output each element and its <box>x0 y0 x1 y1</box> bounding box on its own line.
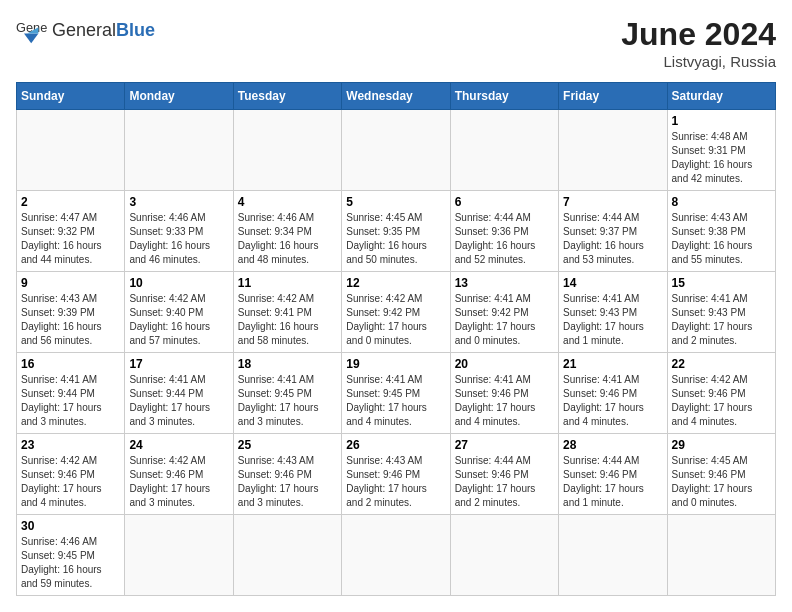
day-info: Sunrise: 4:42 AM Sunset: 9:41 PM Dayligh… <box>238 292 337 348</box>
weekday-header-sunday: Sunday <box>17 83 125 110</box>
day-info: Sunrise: 4:43 AM Sunset: 9:46 PM Dayligh… <box>346 454 445 510</box>
calendar-cell: 5Sunrise: 4:45 AM Sunset: 9:35 PM Daylig… <box>342 191 450 272</box>
calendar-cell <box>233 515 341 596</box>
day-info: Sunrise: 4:45 AM Sunset: 9:46 PM Dayligh… <box>672 454 771 510</box>
calendar-cell <box>17 110 125 191</box>
calendar-cell <box>559 110 667 191</box>
location: Listvyagi, Russia <box>621 53 776 70</box>
calendar-cell: 28Sunrise: 4:44 AM Sunset: 9:46 PM Dayli… <box>559 434 667 515</box>
day-info: Sunrise: 4:46 AM Sunset: 9:45 PM Dayligh… <box>21 535 120 591</box>
day-info: Sunrise: 4:41 AM Sunset: 9:43 PM Dayligh… <box>563 292 662 348</box>
day-info: Sunrise: 4:41 AM Sunset: 9:44 PM Dayligh… <box>21 373 120 429</box>
day-number: 7 <box>563 195 662 209</box>
day-info: Sunrise: 4:41 AM Sunset: 9:45 PM Dayligh… <box>238 373 337 429</box>
calendar-cell: 9Sunrise: 4:43 AM Sunset: 9:39 PM Daylig… <box>17 272 125 353</box>
calendar-cell: 3Sunrise: 4:46 AM Sunset: 9:33 PM Daylig… <box>125 191 233 272</box>
calendar-cell: 23Sunrise: 4:42 AM Sunset: 9:46 PM Dayli… <box>17 434 125 515</box>
day-number: 21 <box>563 357 662 371</box>
calendar-cell: 10Sunrise: 4:42 AM Sunset: 9:40 PM Dayli… <box>125 272 233 353</box>
calendar-cell: 16Sunrise: 4:41 AM Sunset: 9:44 PM Dayli… <box>17 353 125 434</box>
weekday-header-friday: Friday <box>559 83 667 110</box>
day-info: Sunrise: 4:42 AM Sunset: 9:42 PM Dayligh… <box>346 292 445 348</box>
calendar-cell <box>450 110 558 191</box>
svg-marker-1 <box>24 34 38 44</box>
day-info: Sunrise: 4:43 AM Sunset: 9:39 PM Dayligh… <box>21 292 120 348</box>
calendar-table: SundayMondayTuesdayWednesdayThursdayFrid… <box>16 82 776 596</box>
calendar-cell <box>667 515 775 596</box>
day-number: 16 <box>21 357 120 371</box>
calendar-cell <box>233 110 341 191</box>
day-info: Sunrise: 4:46 AM Sunset: 9:34 PM Dayligh… <box>238 211 337 267</box>
calendar-cell: 19Sunrise: 4:41 AM Sunset: 9:45 PM Dayli… <box>342 353 450 434</box>
day-info: Sunrise: 4:42 AM Sunset: 9:46 PM Dayligh… <box>672 373 771 429</box>
day-number: 13 <box>455 276 554 290</box>
day-number: 8 <box>672 195 771 209</box>
calendar-cell: 18Sunrise: 4:41 AM Sunset: 9:45 PM Dayli… <box>233 353 341 434</box>
day-number: 11 <box>238 276 337 290</box>
day-info: Sunrise: 4:41 AM Sunset: 9:43 PM Dayligh… <box>672 292 771 348</box>
calendar-cell: 8Sunrise: 4:43 AM Sunset: 9:38 PM Daylig… <box>667 191 775 272</box>
logo: General GeneralBlue <box>16 16 155 44</box>
page-header: General GeneralBlue June 2024 Listvyagi,… <box>16 16 776 70</box>
day-number: 18 <box>238 357 337 371</box>
day-number: 27 <box>455 438 554 452</box>
day-info: Sunrise: 4:46 AM Sunset: 9:33 PM Dayligh… <box>129 211 228 267</box>
day-info: Sunrise: 4:44 AM Sunset: 9:36 PM Dayligh… <box>455 211 554 267</box>
day-info: Sunrise: 4:41 AM Sunset: 9:46 PM Dayligh… <box>455 373 554 429</box>
weekday-header-thursday: Thursday <box>450 83 558 110</box>
day-number: 17 <box>129 357 228 371</box>
day-number: 9 <box>21 276 120 290</box>
day-number: 23 <box>21 438 120 452</box>
calendar-cell: 14Sunrise: 4:41 AM Sunset: 9:43 PM Dayli… <box>559 272 667 353</box>
day-number: 1 <box>672 114 771 128</box>
day-number: 4 <box>238 195 337 209</box>
weekday-header-saturday: Saturday <box>667 83 775 110</box>
day-info: Sunrise: 4:41 AM Sunset: 9:45 PM Dayligh… <box>346 373 445 429</box>
calendar-cell: 26Sunrise: 4:43 AM Sunset: 9:46 PM Dayli… <box>342 434 450 515</box>
calendar-cell: 11Sunrise: 4:42 AM Sunset: 9:41 PM Dayli… <box>233 272 341 353</box>
day-info: Sunrise: 4:41 AM Sunset: 9:44 PM Dayligh… <box>129 373 228 429</box>
day-info: Sunrise: 4:47 AM Sunset: 9:32 PM Dayligh… <box>21 211 120 267</box>
day-info: Sunrise: 4:43 AM Sunset: 9:46 PM Dayligh… <box>238 454 337 510</box>
day-number: 3 <box>129 195 228 209</box>
calendar-cell: 6Sunrise: 4:44 AM Sunset: 9:36 PM Daylig… <box>450 191 558 272</box>
day-info: Sunrise: 4:42 AM Sunset: 9:40 PM Dayligh… <box>129 292 228 348</box>
day-info: Sunrise: 4:44 AM Sunset: 9:46 PM Dayligh… <box>455 454 554 510</box>
day-number: 6 <box>455 195 554 209</box>
calendar-cell <box>125 515 233 596</box>
day-number: 20 <box>455 357 554 371</box>
calendar-cell <box>125 110 233 191</box>
day-info: Sunrise: 4:42 AM Sunset: 9:46 PM Dayligh… <box>21 454 120 510</box>
calendar-cell <box>342 110 450 191</box>
day-number: 12 <box>346 276 445 290</box>
day-number: 28 <box>563 438 662 452</box>
calendar-cell: 4Sunrise: 4:46 AM Sunset: 9:34 PM Daylig… <box>233 191 341 272</box>
day-number: 24 <box>129 438 228 452</box>
day-info: Sunrise: 4:43 AM Sunset: 9:38 PM Dayligh… <box>672 211 771 267</box>
day-number: 2 <box>21 195 120 209</box>
calendar-cell: 21Sunrise: 4:41 AM Sunset: 9:46 PM Dayli… <box>559 353 667 434</box>
calendar-cell: 13Sunrise: 4:41 AM Sunset: 9:42 PM Dayli… <box>450 272 558 353</box>
day-info: Sunrise: 4:41 AM Sunset: 9:46 PM Dayligh… <box>563 373 662 429</box>
calendar-cell: 2Sunrise: 4:47 AM Sunset: 9:32 PM Daylig… <box>17 191 125 272</box>
weekday-header-wednesday: Wednesday <box>342 83 450 110</box>
day-number: 30 <box>21 519 120 533</box>
day-number: 10 <box>129 276 228 290</box>
calendar-title: June 2024 Listvyagi, Russia <box>621 16 776 70</box>
day-info: Sunrise: 4:48 AM Sunset: 9:31 PM Dayligh… <box>672 130 771 186</box>
day-info: Sunrise: 4:41 AM Sunset: 9:42 PM Dayligh… <box>455 292 554 348</box>
calendar-cell <box>342 515 450 596</box>
calendar-cell <box>450 515 558 596</box>
day-info: Sunrise: 4:44 AM Sunset: 9:46 PM Dayligh… <box>563 454 662 510</box>
calendar-cell: 22Sunrise: 4:42 AM Sunset: 9:46 PM Dayli… <box>667 353 775 434</box>
calendar-cell: 7Sunrise: 4:44 AM Sunset: 9:37 PM Daylig… <box>559 191 667 272</box>
calendar-cell: 29Sunrise: 4:45 AM Sunset: 9:46 PM Dayli… <box>667 434 775 515</box>
day-number: 5 <box>346 195 445 209</box>
day-number: 19 <box>346 357 445 371</box>
calendar-cell: 17Sunrise: 4:41 AM Sunset: 9:44 PM Dayli… <box>125 353 233 434</box>
day-number: 25 <box>238 438 337 452</box>
calendar-cell: 27Sunrise: 4:44 AM Sunset: 9:46 PM Dayli… <box>450 434 558 515</box>
day-number: 14 <box>563 276 662 290</box>
day-number: 26 <box>346 438 445 452</box>
day-info: Sunrise: 4:44 AM Sunset: 9:37 PM Dayligh… <box>563 211 662 267</box>
